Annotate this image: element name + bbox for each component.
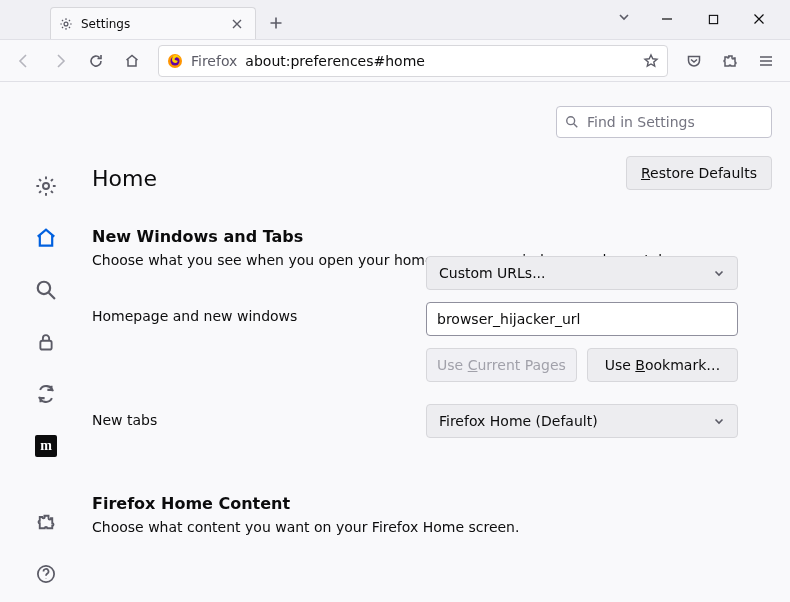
pocket-button[interactable] [678, 45, 710, 77]
list-tabs-button[interactable] [610, 3, 638, 31]
bookmark-star-icon[interactable] [643, 53, 659, 69]
search-placeholder: Find in Settings [587, 114, 695, 130]
back-button[interactable] [8, 45, 40, 77]
section-windows-tabs-title: New Windows and Tabs [92, 227, 772, 246]
home-button[interactable] [116, 45, 148, 77]
category-more-mozilla[interactable]: m [32, 432, 60, 460]
titlebar: Settings [0, 0, 790, 40]
homepage-url-input[interactable]: browser_hijacker_url [426, 302, 738, 336]
reload-button[interactable] [80, 45, 112, 77]
newtabs-row: New tabs Firefox Home (Default) [92, 404, 772, 438]
homepage-url-value: browser_hijacker_url [437, 311, 580, 327]
category-privacy[interactable] [32, 328, 60, 356]
window-maximize-button[interactable] [690, 4, 736, 34]
url-text: about:preferences#home [245, 53, 425, 69]
browser-tab[interactable]: Settings [50, 7, 256, 39]
main-panel: Find in Settings Home Restore Defaults N… [92, 82, 790, 602]
category-home[interactable] [32, 224, 60, 252]
use-current-pages-button[interactable]: Use Current Pages [426, 348, 577, 382]
newtabs-select[interactable]: Firefox Home (Default) [426, 404, 738, 438]
gear-icon [59, 17, 73, 31]
new-tab-button[interactable] [262, 9, 290, 37]
newtabs-select-value: Firefox Home (Default) [439, 413, 598, 429]
svg-rect-6 [40, 341, 51, 350]
svg-point-0 [64, 22, 68, 26]
homepage-select-value: Custom URLs... [439, 265, 546, 281]
homepage-row: Homepage and new windows Custom URLs... … [92, 300, 772, 382]
url-bar[interactable]: Firefox about:preferences#home [158, 45, 668, 77]
restore-defaults-button[interactable]: Restore Defaults [626, 156, 772, 190]
use-bookmark-button[interactable]: Use Bookmark… [587, 348, 738, 382]
help-button[interactable] [32, 560, 60, 588]
svg-point-5 [38, 282, 50, 294]
category-search[interactable] [32, 276, 60, 304]
svg-rect-1 [709, 15, 717, 23]
category-sidebar: m [0, 82, 92, 602]
content-area: m Find in Settings Home Restore Defaults… [0, 82, 790, 602]
category-general[interactable] [32, 172, 60, 200]
search-icon [565, 115, 579, 129]
firefox-icon [167, 53, 183, 69]
homepage-label: Homepage and new windows [92, 300, 426, 324]
identity-label: Firefox [191, 53, 237, 69]
category-sync[interactable] [32, 380, 60, 408]
app-menu-button[interactable] [750, 45, 782, 77]
window-minimize-button[interactable] [644, 4, 690, 34]
newtabs-label: New tabs [92, 404, 426, 428]
addons-button[interactable] [32, 508, 60, 536]
section-fhc-title: Firefox Home Content [92, 494, 772, 513]
search-settings-input[interactable]: Find in Settings [556, 106, 772, 138]
chevron-down-icon [713, 267, 725, 279]
homepage-mode-select[interactable]: Custom URLs... [426, 256, 738, 290]
restore-defaults-label: estore Defaults [650, 165, 757, 181]
close-tab-icon[interactable] [227, 14, 247, 34]
chevron-down-icon [713, 415, 725, 427]
svg-point-8 [567, 117, 575, 125]
forward-button[interactable] [44, 45, 76, 77]
extensions-button[interactable] [714, 45, 746, 77]
tab-title: Settings [81, 17, 130, 31]
nav-toolbar: Firefox about:preferences#home [0, 40, 790, 82]
section-fhc-desc: Choose what content you want on your Fir… [92, 519, 772, 535]
svg-point-4 [43, 183, 49, 189]
window-close-button[interactable] [736, 4, 782, 34]
